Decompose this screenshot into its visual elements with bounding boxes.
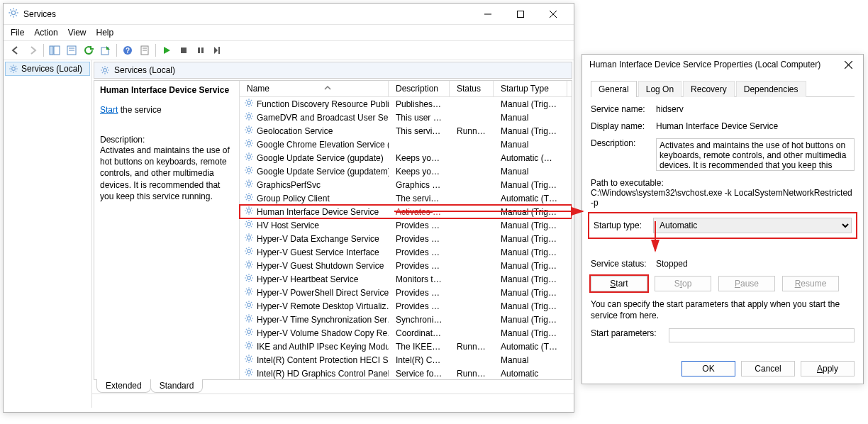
table-row[interactable]: Hyper-V Guest Service InterfaceProvides … [240, 245, 572, 259]
row-desc: This service … [389, 126, 450, 136]
menu-help[interactable]: Help [96, 28, 114, 38]
table-row[interactable]: GraphicsPerfSvcGraphics pe…Manual (Trig… [240, 178, 572, 191]
table-row[interactable]: GameDVR and Broadcast User Serv…This use… [240, 111, 572, 124]
svg-point-22 [247, 101, 251, 105]
table-row[interactable]: Hyper-V Remote Desktop Virtualiz…Provide… [240, 299, 572, 313]
startup-type-select[interactable]: Automatic [653, 218, 852, 233]
tab-general[interactable]: General [591, 81, 637, 97]
value-service-status: Stopped [656, 259, 855, 269]
detail-service-title: Human Interface Device Service [100, 85, 233, 95]
col-header-name[interactable]: Name [240, 81, 389, 96]
col-header-description[interactable]: Description [389, 81, 450, 96]
row-name: Group Policy Client [257, 194, 330, 203]
startup-type-row: Startup type: Automatic [588, 212, 857, 239]
table-row[interactable]: Intel(R) HD Graphics Control Panel …Serv… [240, 367, 572, 380]
start-params-input[interactable] [669, 328, 855, 342]
svg-rect-5 [50, 46, 53, 55]
services-body: Services (Local) Services (Local) Human … [4, 60, 574, 408]
refresh-icon[interactable] [81, 43, 96, 58]
row-desc: Provides an … [389, 221, 450, 230]
row-desc: This user ser… [389, 113, 450, 123]
properties-title: Human Interface Device Service Propertie… [586, 60, 838, 69]
table-row[interactable]: Human Interface Device ServiceActivates … [240, 205, 572, 218]
menu-file[interactable]: File [11, 28, 24, 38]
row-startup: Manual (Trig… [494, 207, 567, 217]
help-icon[interactable]: ? [120, 43, 135, 58]
service-restart-icon[interactable] [210, 43, 226, 58]
tab-extended[interactable]: Extended [96, 379, 151, 393]
row-name: HV Host Service [257, 221, 319, 230]
ok-button[interactable]: OK [681, 361, 735, 376]
row-desc: Synchronize… [389, 315, 450, 325]
properties-dialog: Human Interface Device Service Propertie… [582, 54, 864, 384]
properties-footer: OK Cancel Apply [582, 355, 863, 382]
svg-rect-18 [201, 48, 204, 53]
row-startup: Manual [494, 355, 567, 365]
gear-icon [244, 98, 254, 110]
tab-logon[interactable]: Log On [638, 81, 681, 97]
table-row[interactable]: Hyper-V Volume Shadow Copy Re…Coordinate… [240, 326, 572, 340]
toolbar: ? [4, 40, 574, 60]
svg-point-26 [247, 155, 251, 159]
row-name: Intel(R) HD Graphics Control Panel … [257, 369, 389, 379]
table-row[interactable]: Google Update Service (gupdate)Keeps you… [240, 151, 572, 164]
tab-standard[interactable]: Standard [150, 379, 204, 393]
row-startup: Manual (Trig… [494, 221, 567, 230]
table-row[interactable]: Hyper-V Heartbeat ServiceMonitors th…Man… [240, 272, 572, 286]
row-startup: Automatic (T… [494, 342, 567, 352]
nav-back-icon[interactable] [8, 43, 23, 58]
col-header-status[interactable]: Status [450, 81, 494, 96]
value-description[interactable]: Activates and maintains the use of hot b… [656, 138, 855, 171]
table-row[interactable]: IKE and AuthIP IPsec Keying Modu…The IKE… [240, 340, 572, 353]
table-row[interactable]: Google Chrome Elevation Service (…Manual [240, 138, 572, 151]
tree-node-services-local[interactable]: Services (Local) [5, 62, 90, 76]
sheet-icon[interactable] [137, 43, 152, 58]
gear-icon [8, 7, 19, 21]
table-row[interactable]: HV Host ServiceProvides an …Manual (Trig… [240, 218, 572, 232]
table-row[interactable]: Hyper-V PowerShell Direct ServiceProvide… [240, 286, 572, 299]
table-row[interactable]: Group Policy ClientThe service i…Automat… [240, 191, 572, 205]
gear-icon [244, 246, 254, 258]
service-start-icon[interactable] [159, 43, 174, 58]
menu-action[interactable]: Action [34, 28, 57, 38]
table-row[interactable]: Hyper-V Data Exchange ServiceProvides a … [240, 232, 572, 245]
tab-recovery[interactable]: Recovery [683, 81, 735, 97]
close-button[interactable] [537, 4, 569, 25]
gear-icon [244, 192, 254, 204]
row-name: Google Update Service (gupdate) [257, 153, 384, 163]
service-stop-icon[interactable] [176, 43, 191, 58]
maximize-button[interactable] [504, 4, 537, 25]
gear-icon [244, 233, 254, 245]
table-row[interactable]: Geolocation ServiceThis service …Running… [240, 124, 572, 138]
table-row[interactable]: Function Discovery Resource Publi…Publis… [240, 97, 572, 111]
row-startup: Automatic (… [494, 153, 567, 163]
statusbar [92, 394, 574, 408]
tab-dependencies[interactable]: Dependencies [736, 81, 806, 97]
table-row[interactable]: Google Update Service (gupdatem)Keeps yo… [240, 164, 572, 178]
svg-point-38 [247, 317, 251, 320]
label-service-status: Service status: [591, 259, 656, 269]
table-row[interactable]: Hyper-V Time Synchronization Ser…Synchro… [240, 313, 572, 326]
start-service-link[interactable]: Start [100, 105, 118, 115]
nav-forward-icon[interactable] [25, 43, 40, 58]
menu-view[interactable]: View [68, 28, 87, 38]
row-name: Hyper-V Guest Shutdown Service [257, 261, 384, 271]
cancel-button[interactable]: Cancel [741, 361, 795, 376]
row-startup: Automatic [494, 369, 567, 379]
show-hide-tree-icon[interactable] [47, 43, 62, 58]
start-button[interactable]: Start [591, 276, 647, 291]
export-list-icon[interactable] [98, 43, 113, 58]
table-row[interactable]: Intel(R) Content Protection HECI S…Intel… [240, 353, 572, 367]
list-header-text: Services (Local) [114, 65, 175, 75]
minimize-button[interactable] [472, 4, 504, 25]
gear-icon [244, 313, 254, 325]
properties-icon[interactable] [64, 43, 79, 58]
table-row[interactable]: Hyper-V Guest Shutdown ServiceProvides a… [240, 259, 572, 272]
row-desc: The service i… [389, 194, 450, 203]
row-desc: Coordinates … [389, 328, 450, 338]
service-pause-icon[interactable] [193, 43, 208, 58]
col-header-startup[interactable]: Startup Type [494, 81, 567, 96]
close-button[interactable] [838, 54, 859, 75]
row-desc: Keeps your … [389, 167, 450, 177]
apply-button[interactable]: Apply [801, 361, 855, 376]
